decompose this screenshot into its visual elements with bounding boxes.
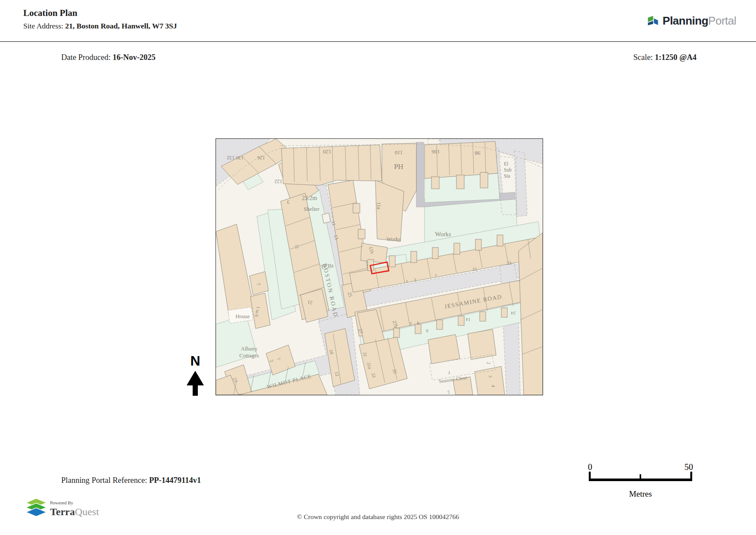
header-divider [0, 41, 756, 42]
map-label: 2 [409, 322, 412, 326]
map-label-works-west: Works [386, 236, 401, 242]
location-plan-map: 130 132 126 122 3 23.2m Shelter 120 110 … [216, 138, 543, 395]
site-address-label: Site Address: [23, 22, 65, 30]
map-label: 21 [307, 300, 313, 306]
map-label-shelter: Shelter [304, 206, 320, 212]
map-label: 98 [475, 150, 481, 156]
scale-bar-start: 0 [588, 464, 592, 472]
scale-bar: 0 50 Metres [584, 464, 700, 502]
location-plan-page: Location Plan Site Address: 21, Boston R… [0, 0, 756, 535]
north-label: N [190, 353, 200, 369]
map-label: 4 [417, 321, 419, 325]
os-map: 130 132 126 122 3 23.2m Shelter 120 110 … [216, 139, 543, 395]
map-label: 5 [447, 390, 450, 394]
map-label: 1 [448, 370, 450, 375]
shelter-structure [322, 213, 331, 223]
map-label: 24 [511, 311, 516, 316]
map-label: 3 [287, 199, 290, 205]
map-label: 1 [406, 278, 408, 284]
map-label: 3 [488, 375, 493, 377]
map-label: 23 [507, 260, 512, 266]
map-label-sub: Sub [504, 167, 512, 172]
map-label-albany-2: Cottages [239, 352, 259, 359]
north-arrow-stem [193, 383, 198, 396]
site-address: Site Address: 21, Boston Road, Hanwell, … [23, 22, 177, 31]
terraquest-powered-by: Powered By [50, 500, 74, 505]
map-label: 11a [376, 202, 382, 210]
date-produced: Date Produced: 16-Nov-2025 [61, 53, 156, 62]
map-label-spot-height: 23.2m [302, 195, 317, 201]
map-label: 14 [465, 317, 471, 322]
map-label: 3 [414, 277, 416, 282]
map-label: 130 132 [227, 155, 244, 161]
planning-portal-reference: Planning Portal Reference: PP-14479114v1 [61, 476, 201, 485]
map-label-works-east: Works [435, 231, 451, 238]
map-scale: Scale: 1:1250 @A4 [633, 53, 697, 62]
map-label: 120 [323, 149, 331, 155]
copyright-notice: © Crown copyright and database rights 20… [0, 513, 756, 521]
planning-portal-logo-icon [646, 8, 659, 33]
map-label: 15 [472, 266, 478, 272]
map-label: 106 [431, 149, 440, 155]
map-label-house: House [235, 313, 250, 319]
map-label: 2 [486, 362, 491, 364]
map-label-sta: Sta [504, 173, 510, 178]
scale-bar-unit: Metres [629, 489, 652, 498]
map-label-albany-1: Albany [241, 345, 258, 352]
map-label-el: El [504, 161, 508, 166]
map-label: 126 [257, 155, 265, 161]
site-address-value: 21, Boston Road, Hanwell, W7 3SJ [65, 22, 177, 30]
map-label: 110 [394, 150, 403, 156]
page-title: Location Plan [23, 8, 77, 19]
map-label: 122 [275, 178, 282, 185]
map-label: 6 [426, 329, 428, 333]
map-label-ph: PH [394, 163, 403, 171]
scale-bar-end: 50 [684, 464, 693, 472]
planning-portal-logo: PlanningPortal [646, 8, 736, 34]
planning-portal-wordmark: PlanningPortal [662, 14, 736, 28]
map-label: 7 [434, 273, 437, 278]
north-arrow: N [181, 352, 209, 397]
map-label: 4 [491, 385, 496, 387]
